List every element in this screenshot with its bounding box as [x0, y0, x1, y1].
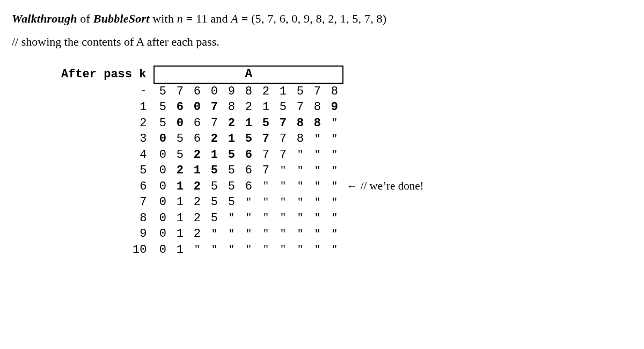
- ditto-cell: ": [223, 210, 240, 227]
- array-cell: 7: [291, 99, 309, 115]
- array-cell: 1: [274, 83, 291, 100]
- ditto-cell: ": [291, 210, 309, 227]
- array-cell: 2: [188, 147, 206, 163]
- array-cell: 7: [257, 131, 274, 147]
- array-cell: 9: [326, 99, 343, 115]
- ditto-cell: ": [291, 179, 309, 195]
- ditto-cell: ": [223, 226, 240, 242]
- array-cell: 0: [154, 226, 171, 242]
- ditto-cell: ": [274, 194, 291, 210]
- table-row: 701255"""""": [59, 194, 426, 210]
- table-row: 156078215789: [59, 99, 426, 115]
- header-a: A: [154, 66, 343, 83]
- table-row: 25067215788": [59, 115, 426, 132]
- array-cell: 8: [291, 115, 309, 132]
- ditto-cell: ": [326, 194, 343, 210]
- ditto-cell: ": [257, 242, 274, 258]
- array-cell: 8: [291, 131, 309, 147]
- array-cell: 9: [223, 83, 240, 100]
- equals1: =: [183, 12, 196, 25]
- table-row: 9012"""""""": [59, 226, 426, 242]
- table-wrapper: After pass k A -576098215781560782157892…: [59, 66, 632, 258]
- row-spacer: [343, 83, 426, 100]
- equals2: =: [238, 12, 251, 25]
- array-cell: 6: [171, 99, 188, 115]
- ditto-cell: ": [206, 242, 223, 258]
- row-spacer: [343, 115, 426, 132]
- ditto-cell: ": [257, 194, 274, 210]
- row-label: 9: [59, 226, 154, 242]
- ditto-cell: ": [309, 226, 326, 242]
- array-cell: 6: [188, 83, 206, 100]
- row-spacer: [343, 131, 426, 147]
- array-cell: 2: [188, 210, 206, 227]
- header-spacer: [343, 66, 426, 83]
- array-cell: 1: [171, 179, 188, 195]
- array-cell: 8: [240, 83, 257, 100]
- array-cell: 0: [171, 115, 188, 132]
- array-cell: 0: [206, 83, 223, 100]
- array-cell: 1: [223, 131, 240, 147]
- array-cell: 2: [188, 179, 206, 195]
- ditto-cell: ": [206, 226, 223, 242]
- and-word: and: [208, 12, 231, 25]
- array-cell: 6: [240, 179, 257, 195]
- array-cell: 5: [223, 194, 240, 210]
- table-row: 80125""""""": [59, 210, 426, 227]
- array-cell: 6: [240, 163, 257, 179]
- array-cell: 6: [240, 147, 257, 163]
- row-label: 8: [59, 210, 154, 227]
- ditto-cell: ": [274, 163, 291, 179]
- ditto-cell: ": [240, 210, 257, 227]
- n-var: n: [177, 12, 183, 25]
- array-cell: 7: [206, 115, 223, 132]
- ditto-cell: ": [326, 226, 343, 242]
- array-cell: 1: [171, 194, 188, 210]
- array-cell: 5: [206, 210, 223, 227]
- array-cell: 2: [171, 163, 188, 179]
- row-spacer: [343, 99, 426, 115]
- row-label: 3: [59, 131, 154, 147]
- ditto-cell: ": [188, 242, 206, 258]
- algo-name: BubbleSort: [93, 12, 150, 25]
- array-cell: 5: [154, 115, 171, 132]
- table-header-row: After pass k A: [59, 66, 426, 83]
- ditto-cell: ": [291, 242, 309, 258]
- ditto-cell: ": [291, 194, 309, 210]
- ditto-cell: ": [223, 242, 240, 258]
- n-val: 11: [196, 12, 208, 25]
- array-cell: 5: [274, 99, 291, 115]
- array-cell: 8: [223, 99, 240, 115]
- ditto-cell: ": [240, 242, 257, 258]
- header-left: After pass k: [59, 66, 154, 83]
- ditto-cell: ": [274, 226, 291, 242]
- array-cell: 0: [154, 131, 171, 147]
- table-row: 405215677""": [59, 147, 426, 163]
- array-cell: 5: [223, 147, 240, 163]
- row-spacer: [343, 242, 426, 258]
- array-cell: 0: [154, 210, 171, 227]
- array-cell: 5: [223, 163, 240, 179]
- ditto-cell: ": [326, 179, 343, 195]
- ditto-cell: ": [257, 210, 274, 227]
- row-spacer: [343, 226, 426, 242]
- ditto-cell: ": [257, 179, 274, 195]
- ditto-cell: ": [257, 226, 274, 242]
- row-spacer: [343, 194, 426, 210]
- with-n-prefix: with: [149, 12, 177, 25]
- done-annotation: ← // we’re done!: [343, 178, 426, 194]
- table-row: 50215567"""": [59, 163, 426, 179]
- array-cell: 8: [326, 83, 343, 100]
- ditto-cell: ": [309, 242, 326, 258]
- row-spacer: [343, 163, 426, 179]
- array-cell: 5: [206, 194, 223, 210]
- ditto-cell: ": [309, 179, 326, 195]
- array-cell: 0: [154, 147, 171, 163]
- array-cell: 1: [257, 99, 274, 115]
- array-cell: 0: [154, 242, 171, 258]
- array-cell: 1: [171, 242, 188, 258]
- comment-line: // showing the contents of A after each …: [12, 33, 632, 50]
- array-cell: 7: [309, 83, 326, 100]
- array-cell: 2: [257, 83, 274, 100]
- array-cell: 5: [154, 83, 171, 100]
